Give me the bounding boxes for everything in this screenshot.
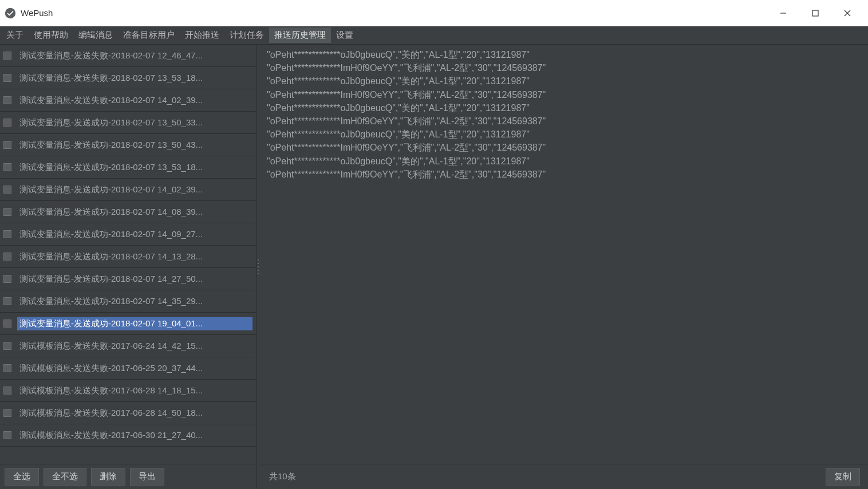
history-item[interactable]: 测试变量消息-发送失败-2018-02-07 12_46_47...	[0, 45, 256, 67]
history-label: 测试模板消息-发送失败-2017-06-28 14_50_18...	[17, 407, 252, 420]
history-checkbox[interactable]	[3, 230, 11, 238]
content-line: "oPeht*************oJb0gbeucQ","美的","AL-…	[267, 101, 862, 115]
menu-item-5[interactable]: 计划任务	[224, 27, 269, 43]
history-checkbox[interactable]	[3, 96, 11, 104]
history-item[interactable]: 测试变量消息-发送成功-2018-02-07 14_09_27...	[0, 223, 256, 246]
minimize-button[interactable]	[767, 0, 799, 26]
history-item[interactable]: 测试变量消息-发送成功-2018-02-07 14_13_28...	[0, 246, 256, 268]
content-line: "oPeht*************oJb0gbeucQ","美的","AL-…	[267, 48, 862, 61]
menu-item-4[interactable]: 开始推送	[180, 27, 224, 43]
select-all-button[interactable]: 全选	[5, 468, 39, 486]
splitter[interactable]	[257, 45, 261, 489]
history-label: 测试变量消息-发送成功-2018-02-07 13_53_18...	[17, 161, 252, 174]
history-checkbox[interactable]	[3, 409, 11, 417]
history-checkbox[interactable]	[3, 141, 11, 149]
content-line: "oPeht*************ImH0f9OeYY","飞利浦","AL…	[267, 141, 862, 154]
history-label: 测试变量消息-发送成功-2018-02-07 14_27_50...	[17, 273, 252, 286]
history-item[interactable]: 测试变量消息-发送成功-2018-02-07 13_53_18...	[0, 156, 256, 179]
history-checkbox[interactable]	[3, 253, 11, 261]
history-checkbox[interactable]	[3, 74, 11, 82]
history-checkbox[interactable]	[3, 342, 11, 350]
history-item[interactable]: 测试变量消息-发送成功-2018-02-07 14_08_39...	[0, 201, 256, 223]
history-checkbox[interactable]	[3, 364, 11, 372]
history-item[interactable]: 测试模板消息-发送失败-2017-06-28 14_18_15...	[0, 380, 256, 402]
content-line: "oPeht*************ImH0f9OeYY","飞利浦","AL…	[267, 61, 862, 74]
svg-rect-2	[812, 10, 818, 16]
history-checkbox[interactable]	[3, 275, 11, 283]
history-checkbox[interactable]	[3, 208, 11, 216]
history-item[interactable]: 测试模板消息-发送失败-2017-06-24 14_42_15...	[0, 335, 256, 357]
menu-item-1[interactable]: 使用帮助	[29, 27, 73, 43]
history-checkbox[interactable]	[3, 186, 11, 194]
history-item[interactable]: 测试变量消息-发送失败-2018-02-07 13_53_18...	[0, 67, 256, 89]
menubar: 关于使用帮助编辑消息准备目标用户开始推送计划任务推送历史管理设置	[0, 26, 868, 45]
history-item[interactable]: 测试变量消息-发送成功-2018-02-07 13_50_43...	[0, 134, 256, 156]
content-line: "oPeht*************oJb0gbeucQ","美的","AL-…	[267, 155, 862, 168]
main-content: 测试变量消息-发送失败-2018-02-07 12_46_47...测试变量消息…	[0, 45, 868, 489]
content-line: "oPeht*************ImH0f9OeYY","飞利浦","AL…	[267, 88, 862, 101]
history-label: 测试模板消息-发送失败-2017-06-28 14_18_15...	[17, 384, 252, 397]
app-icon	[5, 7, 16, 19]
history-item[interactable]: 测试变量消息-发送成功-2018-02-07 19_04_01...	[0, 313, 256, 335]
close-button[interactable]	[831, 0, 863, 26]
export-button[interactable]: 导出	[130, 468, 164, 486]
menu-item-6[interactable]: 推送历史管理	[269, 27, 331, 43]
history-label: 测试变量消息-发送失败-2018-02-07 13_53_18...	[17, 72, 252, 85]
history-label: 测试变量消息-发送成功-2018-02-07 14_09_27...	[17, 228, 252, 241]
left-panel: 测试变量消息-发送失败-2018-02-07 12_46_47...测试变量消息…	[0, 45, 257, 489]
splitter-grip-icon	[258, 258, 260, 275]
history-item[interactable]: 测试变量消息-发送成功-2018-02-07 14_27_50...	[0, 268, 256, 290]
history-label: 测试变量消息-发送成功-2018-02-07 19_04_01...	[17, 317, 252, 330]
content-line: "oPeht*************ImH0f9OeYY","飞利浦","AL…	[267, 168, 862, 181]
history-checkbox[interactable]	[3, 431, 11, 439]
menu-item-2[interactable]: 编辑消息	[73, 27, 118, 43]
history-label: 测试变量消息-发送成功-2018-02-07 14_08_39...	[17, 206, 252, 219]
window-controls	[767, 0, 863, 26]
history-checkbox[interactable]	[3, 52, 11, 60]
history-label: 测试变量消息-发送失败-2018-02-07 14_02_39...	[17, 94, 252, 107]
history-checkbox[interactable]	[3, 387, 11, 395]
select-none-button[interactable]: 全不选	[44, 468, 86, 486]
content-line: "oPeht*************oJb0gbeucQ","美的","AL-…	[267, 74, 862, 88]
menu-item-7[interactable]: 设置	[331, 27, 358, 43]
history-label: 测试模板消息-发送失败-2017-06-25 20_37_44...	[17, 362, 252, 375]
svg-point-0	[5, 7, 15, 18]
history-checkbox[interactable]	[3, 320, 11, 328]
history-checkbox[interactable]	[3, 297, 11, 305]
copy-button[interactable]: 复制	[826, 468, 860, 486]
history-item[interactable]: 测试变量消息-发送成功-2018-02-07 14_02_39...	[0, 179, 256, 201]
left-toolbar: 全选 全不选 删除 导出	[0, 464, 256, 489]
content-line: "oPeht*************ImH0f9OeYY","飞利浦","AL…	[267, 115, 862, 128]
history-item[interactable]: 测试变量消息-发送成功-2018-02-07 14_35_29...	[0, 290, 256, 313]
content-line: "oPeht*************oJb0gbeucQ","美的","AL-…	[267, 128, 862, 141]
menu-item-3[interactable]: 准备目标用户	[118, 27, 180, 43]
history-label: 测试变量消息-发送成功-2018-02-07 13_50_33...	[17, 116, 252, 129]
history-item[interactable]: 测试模板消息-发送失败-2017-06-30 21_27_40...	[0, 424, 256, 447]
history-label: 测试变量消息-发送成功-2018-02-07 14_13_28...	[17, 250, 252, 263]
titlebar: WePush	[0, 0, 868, 26]
window-title: WePush	[21, 8, 767, 18]
history-item[interactable]: 测试变量消息-发送失败-2018-02-07 14_02_39...	[0, 89, 256, 112]
history-label: 测试模板消息-发送失败-2017-06-30 21_27_40...	[17, 429, 252, 442]
history-list[interactable]: 测试变量消息-发送失败-2018-02-07 12_46_47...测试变量消息…	[0, 45, 256, 464]
maximize-button[interactable]	[799, 0, 831, 26]
content-area[interactable]: "oPeht*************oJb0gbeucQ","美的","AL-…	[261, 45, 868, 464]
menu-item-0[interactable]: 关于	[1, 27, 29, 43]
history-item[interactable]: 测试变量消息-发送成功-2018-02-07 13_50_33...	[0, 112, 256, 134]
history-item[interactable]: 测试模板消息-发送失败-2017-06-25 20_37_44...	[0, 357, 256, 380]
history-label: 测试变量消息-发送成功-2018-02-07 14_35_29...	[17, 295, 252, 308]
history-label: 测试模板消息-发送失败-2017-06-24 14_42_15...	[17, 340, 252, 353]
history-label: 测试变量消息-发送成功-2018-02-07 13_50_43...	[17, 139, 252, 152]
status-text: 共10条	[269, 471, 826, 482]
right-panel: "oPeht*************oJb0gbeucQ","美的","AL-…	[261, 45, 868, 489]
history-label: 测试变量消息-发送成功-2018-02-07 14_02_39...	[17, 183, 252, 196]
delete-button[interactable]: 删除	[91, 468, 125, 486]
history-item[interactable]: 测试模板消息-发送失败-2017-06-28 14_50_18...	[0, 402, 256, 424]
history-label: 测试变量消息-发送失败-2018-02-07 12_46_47...	[17, 49, 252, 62]
right-toolbar: 共10条 复制	[261, 464, 868, 489]
history-checkbox[interactable]	[3, 119, 11, 127]
history-checkbox[interactable]	[3, 163, 11, 171]
